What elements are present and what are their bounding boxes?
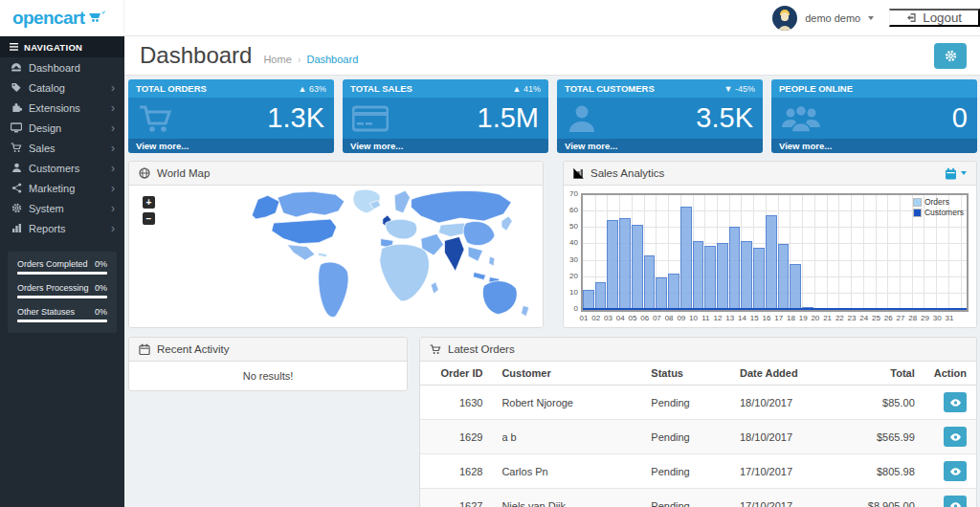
- view-more-link[interactable]: View more...: [557, 139, 763, 153]
- chevron-down-icon: [961, 171, 967, 175]
- dashboard-icon: [10, 62, 23, 73]
- latest-orders-table: Order ID Customer Status Date Added Tota…: [420, 362, 976, 507]
- sales-analytics-plot: OrdersCustomers: [581, 193, 969, 312]
- logo-text: opencart: [12, 8, 84, 29]
- orders-bar: [741, 241, 752, 310]
- orders-bar: [729, 227, 741, 310]
- sidebar-item-reports[interactable]: Reports ›: [0, 218, 124, 238]
- tile-value: 1.5M: [478, 104, 539, 132]
- orders-bar: [680, 207, 692, 310]
- page-title: Dashboard: [140, 42, 252, 69]
- logout-button[interactable]: Logout: [889, 9, 980, 27]
- latest-orders-panel: Latest Orders Order ID Customer Status D…: [419, 337, 977, 507]
- bar-chart-icon: [10, 223, 23, 233]
- sidebar-item-catalog[interactable]: Catalog ›: [0, 77, 124, 98]
- sidebar-item-dashboard[interactable]: Dashboard: [0, 57, 124, 77]
- sales-analytics-xaxis: 0102030405060708091011121314151617181920…: [581, 312, 969, 324]
- sidebar-item-design[interactable]: Design ›: [0, 118, 124, 138]
- navigation-header: NAVIGATION: [0, 36, 124, 57]
- chevron-right-icon: ›: [111, 102, 115, 114]
- progress-bar: [17, 272, 107, 275]
- eye-icon: [950, 502, 961, 507]
- orders-bar: [632, 225, 643, 310]
- view-order-button[interactable]: [944, 392, 967, 412]
- tile-value: 3.5K: [696, 104, 753, 132]
- user-menu[interactable]: demo demo: [757, 6, 889, 31]
- sidebar-item-extensions[interactable]: Extensions ›: [0, 98, 124, 118]
- orders-bar: [656, 277, 667, 310]
- view-order-button[interactable]: [944, 461, 967, 481]
- credit-card-icon: [352, 105, 389, 132]
- gear-icon: [10, 203, 23, 213]
- tag-icon: [10, 82, 23, 93]
- logout-icon: [906, 12, 917, 23]
- orders-bar: [668, 274, 679, 310]
- chevron-right-icon: ›: [111, 203, 115, 214]
- view-more-link[interactable]: View more...: [771, 139, 977, 153]
- puzzle-icon: [10, 102, 23, 113]
- chevron-right-icon: ›: [111, 122, 115, 134]
- progress-bar: [17, 296, 107, 298]
- delta-badge: ▲ 41%: [513, 84, 541, 94]
- latest-orders-header: Latest Orders: [420, 338, 976, 362]
- view-more-link[interactable]: View more...: [128, 139, 334, 153]
- view-order-button[interactable]: [944, 427, 967, 447]
- sidebar-item-sales[interactable]: Sales ›: [0, 138, 124, 158]
- tile-value: 0: [952, 104, 968, 132]
- orders-bar: [607, 220, 618, 310]
- stat-orders-completed: Orders Completed0%: [17, 259, 107, 269]
- tile-total-sales: TOTAL SALES▲ 41% 1.5M View more...: [343, 79, 548, 153]
- user-icon: [567, 104, 597, 133]
- chart-legend: OrdersCustomers: [913, 197, 964, 218]
- orders-bar: [595, 282, 607, 310]
- chevron-right-icon: ›: [111, 143, 115, 154]
- world-map[interactable]: + −: [129, 186, 543, 327]
- orders-bar: [778, 244, 790, 310]
- cart-icon: [430, 344, 441, 355]
- delta-badge: ▲ 63%: [299, 84, 326, 94]
- eye-icon: [950, 468, 961, 475]
- dashboard-settings-button[interactable]: [934, 43, 967, 69]
- breadcrumb-dashboard-link[interactable]: Dashboard: [306, 54, 358, 65]
- sales-analytics-panel: Sales Analytics 010203040506070 OrdersCu…: [563, 161, 977, 328]
- recent-activity-panel: Recent Activity No results!: [128, 337, 408, 391]
- user-name: demo demo: [805, 12, 860, 24]
- world-map-panel: World Map + −: [128, 161, 544, 328]
- users-group-icon: [781, 104, 821, 133]
- world-map-image: [242, 187, 537, 325]
- orders-bar: [766, 215, 777, 310]
- view-order-button[interactable]: [944, 496, 967, 507]
- share-icon: [10, 183, 23, 193]
- chevron-right-icon: ›: [111, 183, 115, 194]
- calendar-icon: [945, 167, 957, 180]
- map-zoom-in-button[interactable]: +: [143, 196, 155, 209]
- tile-total-orders: TOTAL ORDERS▲ 63% 1.3K View more...: [128, 79, 334, 153]
- table-row: 1627Niels van DijkPending17/10/2017$8,90…: [420, 489, 976, 507]
- date-range-dropdown[interactable]: [945, 167, 967, 180]
- sidebar-item-system[interactable]: System ›: [0, 198, 124, 218]
- sidebar-stats: Orders Completed0% Orders Processing0% O…: [8, 252, 117, 333]
- bar-chart-icon: [573, 168, 584, 179]
- orders-bar: [619, 218, 631, 310]
- table-row: 1628Carlos PnPending17/10/2017$805.98: [420, 454, 976, 489]
- view-more-link[interactable]: View more...: [343, 139, 548, 153]
- top-bar: opencart demo demo Logout: [0, 0, 980, 36]
- cart-icon: [138, 103, 176, 134]
- sidebar-item-marketing[interactable]: Marketing ›: [0, 178, 124, 198]
- stat-other-statuses: Other Statuses0%: [17, 307, 107, 317]
- map-zoom-out-button[interactable]: −: [143, 212, 155, 225]
- recent-activity-empty: No results!: [129, 362, 407, 390]
- monitor-icon: [10, 122, 23, 133]
- table-row: 1629a bPending18/10/2017$565.99: [420, 420, 976, 454]
- tile-value: 1.3K: [267, 104, 324, 132]
- logo[interactable]: opencart: [0, 0, 124, 35]
- user-icon: [10, 163, 23, 173]
- avatar: [772, 6, 797, 31]
- sidebar-item-customers[interactable]: Customers ›: [0, 158, 124, 178]
- orders-bar: [693, 241, 704, 310]
- progress-bar: [17, 320, 107, 322]
- world-map-header: World Map: [129, 162, 543, 186]
- calendar-icon: [139, 343, 150, 355]
- orders-bar: [790, 264, 801, 310]
- tile-people-online: PEOPLE ONLINE 0 View more...: [771, 79, 977, 153]
